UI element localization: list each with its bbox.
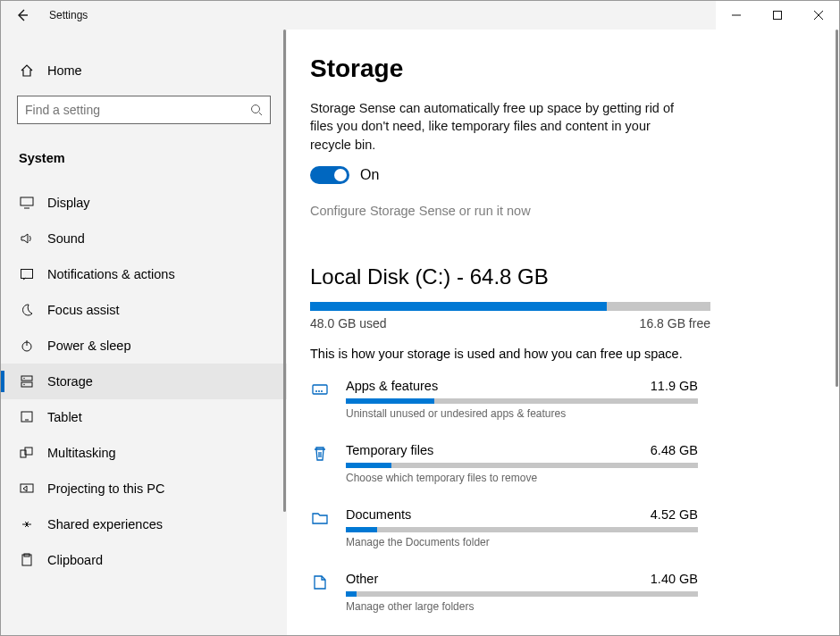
close-button[interactable] xyxy=(798,1,839,29)
sidebar-item-shared-experiences[interactable]: Shared experiences xyxy=(1,506,287,542)
sidebar-item-label: Storage xyxy=(47,374,93,389)
app-title: Settings xyxy=(44,9,88,21)
used-label: 48.0 GB used xyxy=(310,316,387,331)
sidebar-item-notifications-actions[interactable]: Notifications & actions xyxy=(1,256,287,292)
storage-category-other[interactable]: Other1.40 GBManage other large folders xyxy=(310,572,816,613)
minimize-button[interactable] xyxy=(716,1,757,29)
sidebar-item-label: Sound xyxy=(47,231,85,246)
clipboard-icon xyxy=(19,553,35,567)
search-icon xyxy=(250,104,263,116)
sidebar: Home System DisplaySoundNotifications & … xyxy=(1,29,287,635)
svg-rect-15 xyxy=(313,385,327,394)
sound-icon xyxy=(19,231,35,246)
storage-category-apps-features[interactable]: Apps & features11.9 GBUninstall unused o… xyxy=(310,379,816,420)
search-input[interactable] xyxy=(17,96,271,124)
sidebar-item-label: Projecting to this PC xyxy=(47,481,164,496)
category-bar xyxy=(346,527,698,532)
window-controls xyxy=(716,1,839,29)
sidebar-item-label: Power & sleep xyxy=(47,339,131,353)
svg-point-8 xyxy=(23,384,24,385)
sidebar-item-storage[interactable]: Storage xyxy=(1,364,287,399)
projecting-icon xyxy=(19,481,35,496)
sidebar-item-power-sleep[interactable]: Power & sleep xyxy=(1,328,287,364)
category-hint: Uninstall unused or undesired apps & fea… xyxy=(346,407,816,420)
maximize-button[interactable] xyxy=(757,1,798,29)
svg-rect-5 xyxy=(21,376,32,381)
storage-category-temporary-files[interactable]: Temporary files6.48 GBChoose which tempo… xyxy=(310,443,816,484)
disk-usage-bar xyxy=(310,302,710,311)
category-name: Documents xyxy=(346,507,411,522)
configure-storage-sense-link[interactable]: Configure Storage Sense or run it now xyxy=(310,204,816,218)
main-scrollbar[interactable] xyxy=(834,29,839,635)
category-size: 11.9 GB xyxy=(651,379,698,393)
sidebar-item-home[interactable]: Home xyxy=(1,56,287,85)
shared-icon xyxy=(19,517,35,531)
power-icon xyxy=(19,339,35,353)
scrollbar-thumb[interactable] xyxy=(836,29,838,387)
storage-icon xyxy=(19,374,35,389)
sidebar-item-label: Notifications & actions xyxy=(47,267,175,281)
trash-icon xyxy=(310,443,330,484)
sidebar-item-label: Display xyxy=(47,196,90,210)
storage-categories: Apps & features11.9 GBUninstall unused o… xyxy=(310,379,816,613)
svg-rect-2 xyxy=(21,197,33,205)
storage-category-documents[interactable]: Documents4.52 GBManage the Documents fol… xyxy=(310,507,816,548)
sidebar-item-label: Focus assist xyxy=(47,303,120,317)
category-bar xyxy=(346,591,698,597)
category-name: Apps & features xyxy=(346,379,438,393)
svg-point-1 xyxy=(252,105,260,113)
sidebar-item-clipboard[interactable]: Clipboard xyxy=(1,542,287,578)
category-bar xyxy=(346,463,698,468)
home-label: Home xyxy=(47,63,82,78)
sidebar-item-label: Shared experiences xyxy=(47,517,163,531)
svg-rect-0 xyxy=(774,12,782,20)
sidebar-section-label: System xyxy=(1,135,287,172)
moon-icon xyxy=(19,303,35,317)
category-name: Other xyxy=(346,572,378,586)
svg-rect-6 xyxy=(21,382,32,387)
category-size: 6.48 GB xyxy=(651,443,698,457)
sidebar-nav: DisplaySoundNotifications & actionsFocus… xyxy=(1,172,287,578)
other-icon xyxy=(310,572,330,613)
search-field[interactable] xyxy=(25,103,250,117)
sidebar-item-label: Multitasking xyxy=(47,446,116,460)
category-size: 4.52 GB xyxy=(651,507,698,522)
notifications-icon xyxy=(19,267,35,281)
arrow-left-icon xyxy=(15,8,29,22)
category-name: Temporary files xyxy=(346,443,433,457)
svg-point-7 xyxy=(23,378,24,379)
sidebar-item-label: Tablet xyxy=(47,410,82,424)
home-icon xyxy=(19,63,35,78)
sidebar-item-tablet[interactable]: Tablet xyxy=(1,399,287,435)
apps-icon xyxy=(310,379,330,420)
scrollbar-thumb[interactable] xyxy=(283,29,286,512)
main-content: Storage Storage Sense can automatically … xyxy=(287,29,839,635)
storage-sense-description: Storage Sense can automatically free up … xyxy=(310,99,694,154)
titlebar: Settings xyxy=(1,1,839,29)
toggle-label: On xyxy=(360,167,379,183)
back-button[interactable] xyxy=(1,1,44,29)
sidebar-item-focus-assist[interactable]: Focus assist xyxy=(1,292,287,328)
category-hint: Manage the Documents folder xyxy=(346,536,816,548)
category-hint: Manage other large folders xyxy=(346,600,816,613)
sidebar-item-multitasking[interactable]: Multitasking xyxy=(1,435,287,471)
sidebar-item-projecting-to-this-pc[interactable]: Projecting to this PC xyxy=(1,471,287,506)
sidebar-item-display[interactable]: Display xyxy=(1,185,287,221)
display-icon xyxy=(19,196,35,210)
folder-icon xyxy=(310,507,330,548)
multitasking-icon xyxy=(19,446,35,460)
category-hint: Choose which temporary files to remove xyxy=(346,472,816,484)
category-size: 1.40 GB xyxy=(651,572,698,586)
usage-description: This is how your storage is used and how… xyxy=(310,347,816,361)
page-title: Storage xyxy=(310,54,816,83)
disk-legend: 48.0 GB used 16.8 GB free xyxy=(310,316,710,331)
sidebar-item-label: Clipboard xyxy=(47,553,103,567)
category-bar xyxy=(346,398,698,404)
disk-title: Local Disk (C:) - 64.8 GB xyxy=(310,264,816,289)
svg-rect-3 xyxy=(21,270,33,279)
storage-sense-toggle[interactable] xyxy=(310,166,349,184)
sidebar-item-sound[interactable]: Sound xyxy=(1,221,287,256)
tablet-icon xyxy=(19,410,35,424)
free-label: 16.8 GB free xyxy=(640,316,710,331)
disk-usage-fill xyxy=(310,302,607,311)
